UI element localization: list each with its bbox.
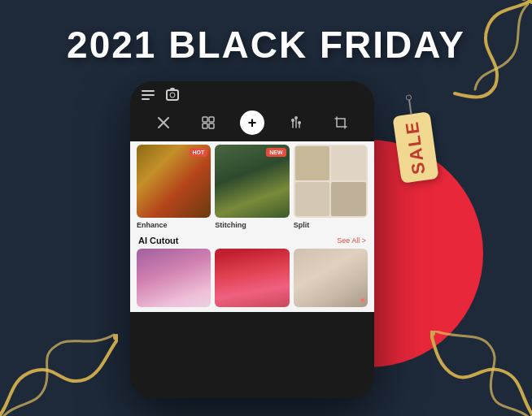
tool-filter-icon[interactable] [284,110,308,135]
see-all-button[interactable]: See All > [337,236,366,245]
stitching-item[interactable]: NEW [215,145,289,218]
camera-icon[interactable] [166,89,179,101]
toolbar: + [130,106,374,141]
new-badge: NEW [266,148,286,157]
cutout-thumbnail-2 [215,249,289,307]
section-title: AI Cutout [138,236,178,245]
svg-point-13 [291,119,294,122]
stitching-label: Stitching [215,221,289,229]
cutout-item-2[interactable] [215,249,289,307]
tag-string [408,99,412,114]
enhance-label: Enhance [137,221,211,229]
cutout-row: ♥ [137,249,368,307]
svg-point-14 [298,121,301,124]
label-row: Enhance Stitching Split [137,219,368,234]
svg-point-12 [294,116,298,119]
mood-cell-1 [295,146,330,180]
phone-header [130,81,374,106]
hamburger-icon[interactable] [142,90,155,100]
cutout-item-3[interactable]: ♥ [294,249,368,307]
ribbon-bottom-right [430,331,532,416]
cutout-thumbnail-3: ♥ [294,249,368,307]
tool-crop-icon[interactable] [329,110,353,135]
heart-icon: ♥ [358,293,368,307]
split-thumbnail [294,145,368,218]
mood-cell-2 [331,146,366,180]
svg-rect-10 [203,124,207,128]
split-item[interactable] [294,145,368,218]
phone-mockup: + HOT [130,81,374,398]
cutout-item-1[interactable] [137,249,211,307]
svg-point-5 [430,331,435,336]
sale-text: SALE [403,119,428,176]
hot-badge: HOT [190,148,208,157]
cutout-thumbnail-1 [137,249,211,307]
svg-point-1 [521,0,526,1]
tool-edit-icon[interactable] [151,110,176,135]
mood-cell-4 [331,182,366,216]
mood-cell-3 [295,182,330,216]
svg-rect-9 [209,117,214,122]
content-area: HOT NEW Enhance Stitching Split [130,141,374,312]
tool-add-button[interactable]: + [240,110,264,135]
page-title: 2021 BLACK FRIDAY [0,23,532,67]
image-grid-row: HOT NEW [137,145,368,218]
tool-layout-icon[interactable] [196,110,220,135]
enhance-item[interactable]: HOT [137,145,211,218]
split-label: Split [294,221,368,229]
svg-rect-11 [209,124,214,128]
ribbon-bottom-left [0,331,118,416]
svg-rect-8 [203,117,207,122]
section-header: AI Cutout See All > [137,234,368,249]
